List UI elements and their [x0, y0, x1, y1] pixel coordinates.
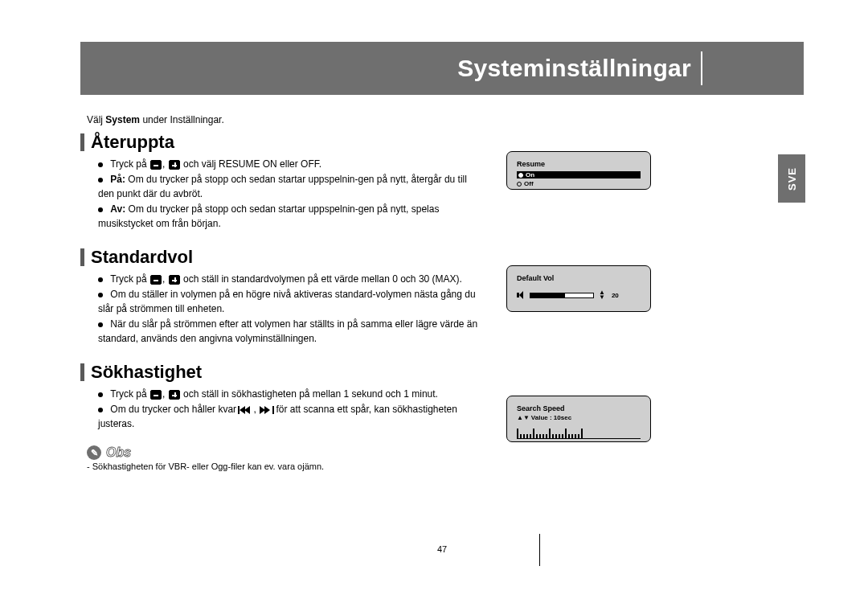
bullet-icon: [98, 293, 103, 297]
osd-resume: Resume On Off: [506, 151, 651, 190]
header-bar: Systeminställningar: [80, 42, 804, 95]
volume-bar: [530, 293, 594, 298]
osd-resume-on: On: [517, 171, 641, 178]
osd-defvol-value: 20: [612, 292, 619, 299]
osd-defaultvol: Default Vol ▲▼ 20: [506, 265, 651, 312]
defvol-line1b: och ställ in standardvolymen på ett värd…: [183, 273, 462, 285]
bullet-icon: [98, 408, 103, 412]
updown-icon: ▲▼: [517, 416, 530, 420]
defvol-line1a: Tryck på: [110, 273, 149, 285]
skip-back-icon: [240, 406, 252, 414]
osd-defvol-title: Default Vol: [517, 274, 641, 282]
minus-icon: [150, 275, 162, 285]
intro-bold: System: [105, 114, 140, 125]
resume-on-label: På:: [110, 174, 125, 185]
section-defaultvol: Standardvol Tryck på , och ställ in stan…: [80, 247, 804, 346]
osd-resume-title: Resume: [517, 160, 641, 168]
osd-speed-title: Search Speed: [517, 404, 641, 412]
section-marker-icon: [80, 133, 84, 151]
intro-prefix: Välj: [87, 114, 105, 125]
speaker-icon: [517, 291, 525, 299]
skip-forward-icon: [260, 406, 272, 414]
minus-icon: [150, 390, 162, 400]
resume-line1b: och välj RESUME ON eller OFF.: [183, 158, 321, 170]
bullet-icon: [98, 277, 103, 282]
resume-off-label: Av:: [110, 203, 125, 215]
plus-icon: [169, 275, 180, 285]
radio-off-icon: [517, 182, 522, 187]
note-text: - Sökhastigheten för VBR- eller Ogg-file…: [87, 461, 804, 471]
osd-speed-value: ▲▼Value : 10sec: [517, 414, 641, 421]
defvol-line3: När du slår på strömmen efter att volyme…: [98, 318, 477, 343]
section-title-resume: Återuppta: [91, 132, 174, 153]
intro-text: Välj System under Inställningar.: [87, 114, 804, 125]
header-divider: [701, 51, 702, 85]
resume-off-text: Om du trycker på stopp och sedan startar…: [98, 203, 439, 228]
section-marker-icon: [80, 363, 84, 381]
plus-icon: [169, 390, 180, 400]
page-title: Systeminställningar: [457, 55, 691, 82]
search-line2a: Om du trycker och håller kvar: [110, 404, 239, 415]
scale-icon: [517, 426, 641, 439]
bullet-icon: [98, 207, 103, 212]
osd-searchspeed: Search Speed ▲▼Value : 10sec: [506, 396, 651, 442]
search-line1b: och ställ in sökhastigheten på mellan 1 …: [183, 388, 438, 400]
section-resume: Återuppta Tryck på , och välj RESUME ON …: [80, 132, 804, 231]
page-number: 47: [80, 544, 804, 554]
note-label: Obs: [106, 445, 131, 460]
radio-on-icon: [518, 173, 523, 178]
resume-on-text: Om du trycker på stopp och sedan startar…: [98, 174, 467, 199]
section-marker-icon: [80, 248, 84, 266]
defvol-line2: Om du ställer in volymen på en högre niv…: [98, 289, 476, 314]
section-title-defaultvol: Standardvol: [91, 247, 193, 268]
bullet-icon: [98, 162, 103, 167]
note-icon: ✎: [87, 445, 101, 460]
updown-icon: ▲▼: [599, 290, 605, 300]
resume-line1a: Tryck på: [110, 158, 149, 170]
osd-resume-off: Off: [517, 180, 641, 187]
bullet-icon: [98, 178, 103, 183]
intro-suffix: under Inställningar.: [140, 114, 224, 125]
bullet-icon: [98, 392, 103, 397]
plus-icon: [169, 160, 180, 170]
section-title-search: Sökhastighet: [91, 362, 202, 383]
minus-icon: [150, 160, 162, 170]
section-searchspeed: Sökhastighet Tryck på , och ställ in sök…: [80, 362, 804, 431]
note-heading: ✎ Obs: [87, 445, 804, 460]
bullet-icon: [98, 322, 103, 327]
search-line1a: Tryck på: [110, 388, 149, 400]
manual-page: Systeminställningar SVE Välj System unde…: [80, 42, 804, 589]
